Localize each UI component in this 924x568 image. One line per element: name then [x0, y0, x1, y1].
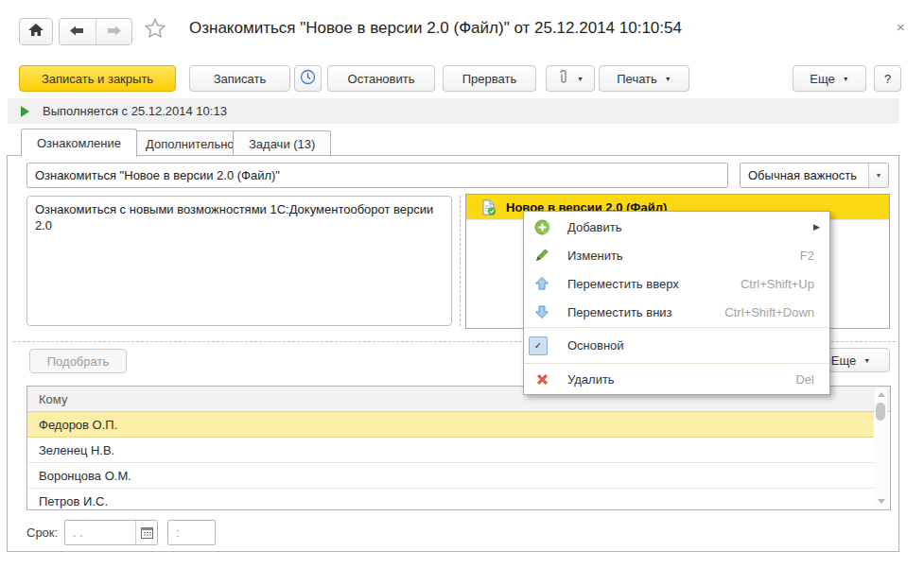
help-label: ? [884, 72, 891, 86]
add-plus-icon [532, 219, 551, 235]
deadline-date-input[interactable]: . . [64, 520, 158, 545]
help-button[interactable]: ? [874, 65, 901, 92]
table-row[interactable]: Воронцова О.М. [27, 463, 874, 489]
importance-select[interactable]: Обычная важность ▼ [740, 163, 889, 188]
app-window: Ознакомиться "Новое в версии 2.0 (Файл)"… [0, 0, 924, 568]
recipient-name: Зеленец Н.В. [39, 443, 114, 457]
submenu-arrow-icon: ▶ [813, 222, 820, 232]
menu-item-label: Изменить [567, 249, 623, 263]
task-title-input[interactable]: Ознакомиться "Новое в версии 2.0 (Файл)" [26, 163, 728, 188]
menu-shortcut: F2 [800, 249, 814, 263]
execution-status-text: Выполняется с 25.12.2014 10:13 [43, 104, 227, 118]
recipient-name: Петров И.С. [39, 494, 108, 508]
recipient-name: Воронцова О.М. [39, 469, 131, 483]
play-icon [21, 106, 29, 117]
menu-shortcut: Del [795, 372, 814, 387]
menu-item-label: Удалить [567, 372, 615, 387]
save-button[interactable]: Записать [189, 65, 290, 92]
table-row[interactable]: Петров И.С. [27, 489, 874, 510]
forward-icon [107, 25, 121, 39]
chevron-down-icon: ▼ [863, 357, 870, 364]
menu-separator [524, 327, 829, 328]
print-label: Печать [617, 72, 657, 86]
forward-button[interactable] [96, 19, 132, 44]
table-row[interactable]: Федоров О.П. [27, 412, 874, 438]
close-icon[interactable]: × [897, 19, 905, 35]
pick-label: Подобрать [47, 354, 109, 369]
arrow-down-icon [532, 304, 551, 319]
time-placeholder: : [176, 525, 180, 540]
chevron-down-icon: ▼ [665, 76, 671, 82]
back-icon [70, 25, 84, 39]
nav-button-group [59, 18, 132, 45]
back-button[interactable] [60, 19, 96, 44]
menu-item-primary[interactable]: ✓ Основной [524, 329, 829, 362]
home-button[interactable] [19, 18, 53, 45]
page-title: Ознакомиться "Новое в версии 2.0 (Файл)"… [189, 19, 682, 38]
menu-shortcut: Ctrl+Shift+Up [741, 277, 814, 291]
more-label: Еще [831, 353, 856, 368]
menu-item-delete[interactable]: Удалить Del [524, 365, 829, 393]
clock-icon [300, 69, 316, 88]
pick-recipients-button[interactable]: Подобрать [29, 349, 127, 373]
scroll-down-icon[interactable] [878, 499, 885, 504]
favorite-star-icon[interactable] [144, 17, 166, 43]
chevron-down-icon: ▼ [577, 76, 584, 82]
home-icon [28, 24, 44, 40]
recipient-name: Федоров О.П. [39, 418, 117, 432]
menu-shortcut: Ctrl+Shift+Down [724, 305, 814, 319]
interrupt-button[interactable]: Прервать [443, 65, 536, 92]
stop-label: Остановить [348, 72, 415, 86]
menu-item-edit[interactable]: Изменить F2 [524, 241, 829, 269]
attachment-button[interactable]: ▼ [546, 65, 595, 92]
tab-label: Дополнительно [146, 137, 235, 151]
menu-item-label: Переместить вверх [567, 277, 679, 291]
file-document-icon [480, 199, 497, 215]
timer-button[interactable] [294, 65, 322, 92]
chevron-down-icon[interactable]: ▼ [868, 164, 888, 187]
description-text: Ознакомиться с новыми возможностями 1С:Д… [35, 202, 433, 232]
menu-item-move-up[interactable]: Переместить вверх Ctrl+Shift+Up [524, 269, 829, 298]
checkbox-checked-icon: ✓ [529, 336, 548, 355]
tab-oznakomlenie[interactable]: Ознакомление [21, 129, 137, 157]
interrupt-label: Прервать [462, 72, 516, 86]
task-title-value: Ознакомиться "Новое в версии 2.0 (Файл)" [35, 168, 280, 182]
menu-item-add[interactable]: Добавить ▶ [524, 213, 829, 241]
save-label: Записать [214, 72, 267, 86]
more-button[interactable]: Еще ▼ [793, 65, 866, 92]
calendar-icon[interactable] [135, 521, 157, 544]
menu-separator [524, 363, 829, 364]
table-scrollbar[interactable] [875, 388, 887, 508]
arrow-up-icon [532, 276, 551, 291]
stop-button[interactable]: Остановить [327, 65, 435, 92]
print-button[interactable]: Печать ▼ [599, 65, 689, 92]
menu-item-label: Переместить вниз [567, 305, 672, 319]
menu-item-label: Добавить [567, 220, 621, 234]
scrollbar-thumb[interactable] [876, 403, 885, 421]
description-textarea[interactable]: Ознакомиться с новыми возможностями 1С:Д… [26, 196, 452, 326]
scroll-up-icon[interactable] [878, 392, 885, 397]
deadline-label: Срок: [26, 525, 58, 540]
save-and-close-label: Записать и закрыть [42, 72, 153, 86]
more-label: Еще [810, 72, 834, 86]
tab-label: Ознакомление [37, 136, 121, 150]
column-header-label: Кому [39, 392, 67, 406]
recipients-table: Кому Федоров О.П. Зеленец Н.В. Воронцова… [26, 386, 891, 510]
save-and-close-button[interactable]: Записать и закрыть [19, 65, 176, 92]
paperclip-icon [557, 69, 569, 88]
deadline-time-input[interactable]: : [167, 520, 216, 545]
chevron-down-icon: ▼ [843, 76, 849, 82]
context-menu: Добавить ▶ Изменить F2 Переместить вверх… [523, 211, 830, 395]
execution-status-bar: Выполняется с 25.12.2014 10:13 [8, 98, 899, 124]
tab-zadachi[interactable]: Задачи (13) [233, 130, 331, 156]
menu-item-label: Основной [567, 338, 624, 353]
importance-value: Обычная важность [741, 168, 868, 182]
menu-item-move-down[interactable]: Переместить вниз Ctrl+Shift+Down [524, 298, 829, 326]
tab-label: Задачи (13) [249, 137, 315, 151]
panel-splitter[interactable] [460, 196, 461, 326]
delete-x-icon [532, 372, 551, 387]
date-placeholder: . . [65, 525, 135, 540]
edit-pencil-icon [532, 248, 551, 263]
table-row[interactable]: Зеленец Н.В. [27, 438, 874, 463]
